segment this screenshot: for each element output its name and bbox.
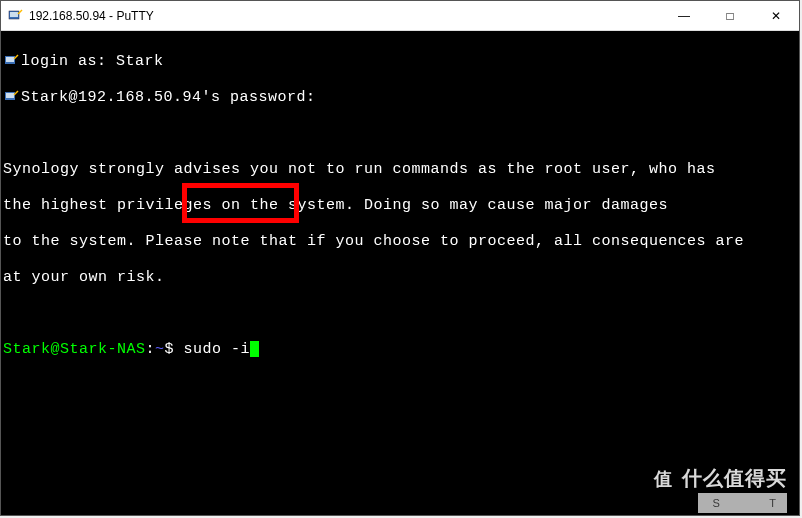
watermark-text: 什么值得买 <box>682 471 787 489</box>
motd-line-4: at your own risk. <box>3 269 797 287</box>
prompt-path: ~ <box>155 341 165 358</box>
motd-line-2: the highest privileges on the system. Do… <box>3 197 797 215</box>
shell-prompt-line: Stark@Stark-NAS:~$ sudo -i <box>3 341 797 359</box>
window-controls: — □ ✕ <box>661 1 799 30</box>
putty-window: 192.168.50.94 - PuTTY — □ ✕ login as: St… <box>0 0 800 516</box>
svg-rect-4 <box>6 57 14 62</box>
motd-line-1: Synology strongly advises you not to run… <box>3 161 797 179</box>
terminal-cursor <box>250 341 259 357</box>
close-button[interactable]: ✕ <box>753 1 799 31</box>
minimize-button[interactable]: — <box>661 1 707 31</box>
watermark-circle: 值 <box>648 465 678 495</box>
prompt-colon: : <box>146 341 156 358</box>
password-prompt: Stark@192.168.50.94's password: <box>21 89 316 106</box>
putty-icon <box>7 8 23 24</box>
motd-line-3: to the system. Please note that if you c… <box>3 233 797 251</box>
titlebar-left: 192.168.50.94 - PuTTY <box>7 8 154 24</box>
typed-command: sudo -i <box>184 341 251 358</box>
login-prompt: login as: Stark <box>21 53 164 70</box>
svg-rect-7 <box>6 93 14 98</box>
maximize-button[interactable]: □ <box>707 1 753 31</box>
putty-line-icon <box>3 53 19 69</box>
titlebar[interactable]: 192.168.50.94 - PuTTY — □ ✕ <box>1 1 799 31</box>
svg-rect-1 <box>10 12 18 17</box>
prompt-user-host: Stark@Stark-NAS <box>3 341 146 358</box>
putty-line-icon <box>3 89 19 105</box>
watermark-logo: 值 什么值得买 <box>648 465 787 495</box>
window-title: 192.168.50.94 - PuTTY <box>29 9 154 23</box>
prompt-dollar: $ <box>165 341 175 358</box>
terminal-area[interactable]: login as: Stark Stark@192.168.50.94's pa… <box>1 31 799 515</box>
watermark-sub: S T <box>698 493 787 513</box>
